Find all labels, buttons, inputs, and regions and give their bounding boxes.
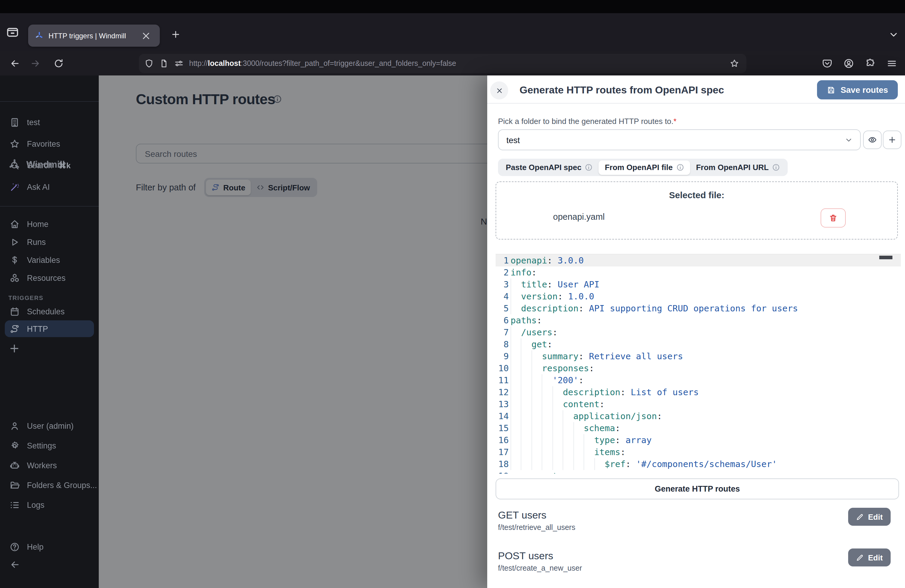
drawer-backdrop[interactable] [99,75,487,588]
sidebar-item-user-admin[interactable]: User (admin) [0,416,99,436]
sidebar-item-folders-groups[interactable]: Folders & Groups... [0,475,99,495]
close-drawer-button[interactable] [490,81,508,99]
tab-from-openapi-url[interactable]: From OpenAPI URL [690,160,786,175]
shield-icon[interactable] [144,59,154,68]
sidebar-item-variables[interactable]: Variables [0,251,99,269]
add-folder-button[interactable] [883,130,902,149]
save-icon [827,85,836,94]
divider [487,103,905,103]
permissions-icon[interactable] [174,59,184,68]
sidebar-item-test[interactable]: test [0,111,99,133]
selected-file-box: Selected file: openapi.yaml [495,181,898,240]
sidebar-item-settings[interactable]: Settings [0,436,99,456]
sidebar-divider [0,206,99,207]
folder-label: Pick a folder to bind the generated HTTP… [498,117,676,126]
sidebar-top-list: test Favorites Search ⌘k Ask AI [0,111,99,198]
line-number: 16 [495,434,511,446]
reload-icon[interactable] [53,58,64,69]
sidebar-item-search[interactable]: Search ⌘k [0,154,99,176]
collapse-sidebar-icon[interactable] [10,559,21,570]
sidebar-item-help[interactable]: Help [0,538,99,556]
triggers-section-label: TRIGGERS [8,295,43,301]
route-row-get-users: GET usersf/test/retrieve_all_usersEdit [498,507,898,547]
code-line: 2info: [495,267,901,278]
sidebar: Windmill test Favorites Search ⌘k Ask AI… [0,75,99,588]
route-title: GET users [498,510,546,521]
sidebar-item-home[interactable]: Home [0,215,99,233]
line-number: 18 [495,458,511,470]
help-icon [10,542,20,552]
edit-route-button[interactable]: Edit [848,508,891,526]
code-line: 18 $ref: '#/components/schemas/User' [495,458,901,470]
line-number: 10 [495,362,511,374]
edit-route-button[interactable]: Edit [848,548,891,566]
line-number: 6 [495,315,511,326]
info-icon[interactable] [676,164,684,171]
tab-paste-openapi-spec[interactable]: Paste OpenAPI spec [500,160,599,175]
browser-tab[interactable]: HTTP triggers | Windmill [28,25,160,47]
sidebar-item-favorites[interactable]: Favorites [0,133,99,154]
url-text[interactable]: http://localhost:3000/routes?filter_path… [189,59,730,68]
code-line: 9 summary: Retrieve all users [495,350,901,362]
save-routes-button[interactable]: Save routes [817,80,898,99]
sidebar-item-http[interactable]: HTTP [5,320,94,337]
spec-source-tabs: Paste OpenAPI specFrom OpenAPI fileFrom … [498,159,788,176]
line-number: 19 [495,470,511,474]
url-bar[interactable]: http://localhost:3000/routes?filter_path… [139,54,746,73]
line-number: 1 [495,254,511,267]
code-line: 14 application/json: [495,410,901,422]
code-lines: 1openapi: 3.0.02info:3 title: User API4 … [495,254,901,474]
route-icon [10,324,20,334]
line-number: 13 [495,398,511,410]
menu-hamburger-icon[interactable] [886,58,897,69]
person-icon [10,421,20,431]
generate-routes-drawer: Generate HTTP routes from OpenAPI spec S… [487,75,905,588]
list-tabs-chevron-icon[interactable] [888,29,899,40]
sidebar-item-ask-ai[interactable]: Ask AI [0,176,99,198]
pencil-icon [856,513,864,521]
remove-file-button[interactable] [821,208,846,227]
window-top-bar [0,0,905,13]
plus-icon [888,135,897,144]
new-tab-icon[interactable] [171,29,181,40]
line-number: 15 [495,422,511,434]
code-line: 15 schema: [495,422,901,434]
folder-select-value: test [506,135,837,145]
sidebar-item-workers[interactable]: Workers [0,456,99,475]
sidebar-nav-list: Home Runs Variables Resources [0,215,99,287]
sidebar-item-schedules[interactable]: Schedules [0,302,99,320]
bookmark-star-icon[interactable] [730,59,739,68]
drawer-title: Generate HTTP routes from OpenAPI spec [519,84,724,96]
star-icon [10,138,20,149]
code-line: 11 '200': [495,374,901,386]
firefox-view-icon[interactable] [6,26,19,39]
info-icon[interactable] [585,164,593,171]
folder-icon [10,480,20,490]
add-trigger-icon[interactable] [8,343,21,354]
sidebar-item-logs[interactable]: Logs [0,495,99,515]
wand-icon [10,182,20,192]
route-path: f/test/retrieve_all_users [498,523,575,532]
generate-routes-button[interactable]: Generate HTTP routes [495,478,899,499]
sidebar-item-resources[interactable]: Resources [0,269,99,287]
info-icon[interactable] [772,164,780,171]
openapi-code-editor[interactable]: 1openapi: 3.0.02info:3 title: User API4 … [495,254,901,474]
windmill-favicon-icon [35,31,44,40]
pocket-icon[interactable] [822,58,833,69]
view-folder-button[interactable] [863,130,882,149]
tab-close-icon[interactable] [140,29,152,42]
folder-select[interactable]: test [498,129,861,150]
tab-from-openapi-file[interactable]: From OpenAPI file [599,160,690,175]
sidebar-item-runs[interactable]: Runs [0,233,99,251]
eye-icon [868,135,877,144]
forward-icon[interactable] [30,58,41,69]
back-icon[interactable] [10,58,21,69]
editor-scrollbar[interactable] [879,256,892,259]
cubes-icon [10,273,20,283]
chevron-down-icon [845,136,853,144]
page-info-icon[interactable] [159,59,169,68]
search-icon [10,160,20,170]
account-icon[interactable] [843,58,854,69]
home-icon [10,219,20,229]
extensions-icon[interactable] [865,58,876,69]
